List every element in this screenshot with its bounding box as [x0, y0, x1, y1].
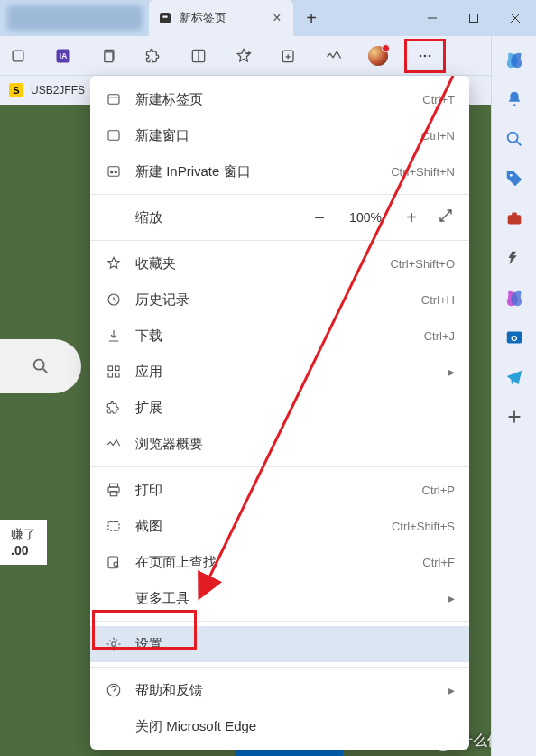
menu-help[interactable]: 帮助和反馈 ▸: [90, 672, 469, 708]
menu-shortcut: Ctrl+Shift+S: [392, 520, 455, 533]
menu-new-tab[interactable]: 新建标签页 Ctrl+T: [90, 81, 469, 117]
menu-shortcut: Ctrl+Shift+N: [391, 165, 455, 179]
svg-rect-26: [108, 366, 113, 371]
menu-shortcut: Ctrl+J: [424, 329, 455, 343]
titlebar-left: [0, 0, 149, 36]
svg-rect-16: [507, 215, 521, 224]
svg-point-23: [111, 171, 113, 173]
toolbar-extensions-icon[interactable]: [143, 45, 164, 67]
menu-screenshot[interactable]: 截图 Ctrl+Shift+S: [90, 508, 469, 544]
toolbar-performance-icon[interactable]: [323, 45, 345, 67]
tab-title: 新标签页: [180, 10, 263, 26]
menu-label: 在页面上查找: [135, 554, 410, 571]
menu-apps[interactable]: 应用 ▸: [90, 354, 469, 390]
svg-rect-4: [13, 51, 23, 61]
minimize-button[interactable]: [411, 0, 453, 36]
menu-separator: [90, 194, 469, 195]
m365-icon[interactable]: [504, 287, 525, 309]
svg-point-14: [507, 133, 517, 143]
bell-icon[interactable]: [504, 88, 525, 110]
bookmark-item[interactable]: USB2JFFS: [31, 84, 85, 97]
menu-new-inprivate[interactable]: 新建 InPrivate 窗口 Ctrl+Shift+N: [90, 153, 469, 189]
menu-new-window[interactable]: 新建窗口 Ctrl+N: [90, 117, 469, 153]
blurred-region: [7, 5, 143, 31]
menu-more-tools[interactable]: 更多工具 ▸: [90, 580, 469, 616]
shopping-tag-icon[interactable]: [504, 168, 525, 189]
svg-point-24: [115, 171, 116, 173]
menu-label: 帮助和反馈: [135, 682, 436, 699]
zoom-out-button[interactable]: −: [310, 207, 328, 228]
search-icon: [31, 356, 51, 376]
apps-icon: [105, 364, 123, 380]
menu-shortcut: Ctrl+N: [421, 129, 455, 143]
svg-rect-32: [110, 492, 117, 496]
star-icon: [105, 255, 123, 272]
svg-point-35: [114, 562, 118, 567]
maximize-button[interactable]: [453, 0, 494, 36]
fullscreen-icon[interactable]: [437, 207, 455, 228]
menu-label: 新建标签页: [135, 91, 410, 108]
copilot-icon[interactable]: [504, 49, 525, 70]
svg-point-15: [509, 174, 512, 177]
chevron-right-icon: ▸: [448, 683, 455, 697]
add-sidebar-icon[interactable]: [504, 406, 525, 428]
browser-tab[interactable]: 新标签页 ×: [149, 0, 293, 36]
svg-point-11: [424, 54, 427, 57]
menu-separator: [90, 466, 469, 467]
close-window-button[interactable]: [494, 0, 536, 36]
svg-rect-21: [108, 131, 119, 141]
toolbar-collections-icon[interactable]: [278, 45, 300, 67]
svg-rect-20: [108, 95, 119, 105]
svg-point-13: [34, 360, 44, 370]
window-controls: [329, 0, 536, 36]
svg-rect-27: [116, 366, 120, 371]
tab-favicon-icon: [158, 11, 172, 25]
new-tab-button[interactable]: +: [293, 0, 329, 36]
menu-print[interactable]: 打印 Ctrl+P: [90, 472, 469, 508]
svg-text:O: O: [511, 334, 517, 343]
menu-downloads[interactable]: 下载 Ctrl+J: [90, 318, 469, 354]
menu-close-edge[interactable]: 关闭 Microsoft Edge: [90, 708, 469, 744]
games-icon[interactable]: [504, 247, 525, 269]
menu-find[interactable]: 在页面上查找 Ctrl+F: [90, 544, 469, 580]
svg-point-2: [165, 15, 168, 18]
svg-text:IA: IA: [60, 51, 67, 60]
telegram-icon[interactable]: [504, 366, 525, 388]
menu-favorites[interactable]: 收藏夹 Ctrl+Shift+O: [90, 245, 469, 281]
search-sidebar-icon[interactable]: [504, 128, 525, 150]
menu-shortcut: Ctrl+F: [422, 556, 455, 569]
menu-label: 更多工具: [135, 590, 436, 607]
svg-point-36: [112, 642, 116, 647]
more-menu-button[interactable]: [414, 45, 436, 67]
zoom-in-button[interactable]: +: [402, 207, 420, 228]
extensions-icon: [105, 400, 123, 416]
earn-box: 赚了 .00: [0, 520, 47, 565]
search-pill[interactable]: [0, 339, 81, 393]
find-icon: [105, 554, 123, 570]
menu-shortcut: Ctrl+T: [422, 93, 455, 106]
outlook-icon[interactable]: O: [504, 327, 525, 348]
svg-point-10: [420, 54, 422, 57]
menu-essentials[interactable]: 浏览器概要: [90, 426, 469, 462]
toolbar-split-icon[interactable]: [188, 45, 209, 67]
new-window-icon: [105, 127, 123, 143]
menu-zoom: 缩放 − 100% +: [90, 199, 469, 235]
tools-icon[interactable]: [504, 207, 525, 229]
svg-point-1: [162, 15, 165, 18]
menu-extensions[interactable]: 扩展: [90, 390, 469, 426]
menu-settings[interactable]: 设置: [90, 626, 469, 662]
tab-close-icon[interactable]: ×: [270, 10, 284, 26]
toolbar-ia-icon[interactable]: IA: [52, 45, 74, 67]
menu-history[interactable]: 历史记录 Ctrl+H: [90, 281, 469, 318]
gear-icon: [105, 636, 123, 652]
toolbar-copy-icon[interactable]: [97, 45, 119, 67]
toolbar-favorites-icon[interactable]: [233, 45, 254, 67]
svg-rect-33: [108, 522, 119, 531]
chevron-right-icon: ▸: [448, 591, 455, 605]
menu-label: 缩放: [135, 209, 298, 226]
zoom-value: 100%: [345, 210, 386, 225]
profile-avatar[interactable]: [368, 46, 388, 66]
toolbar-home-icon[interactable]: [7, 45, 29, 67]
bookmark-favicon-icon: S: [9, 83, 23, 97]
performance-icon: [105, 436, 123, 452]
